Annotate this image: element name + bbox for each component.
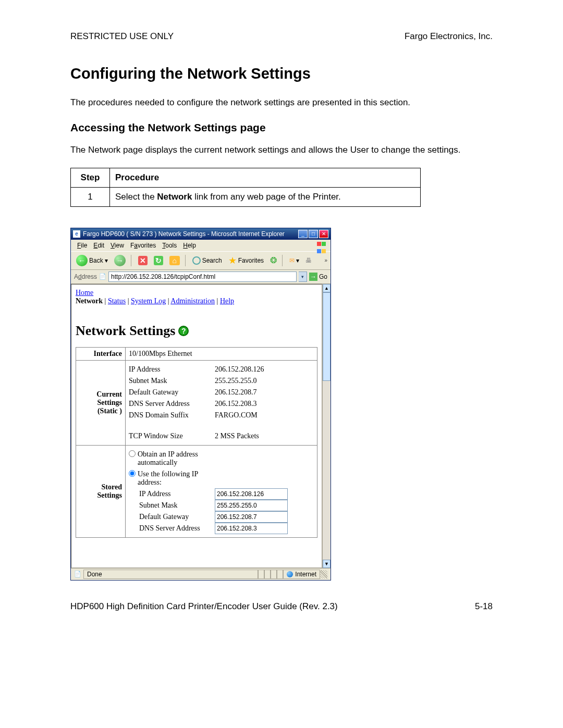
ip-address-label: IP Address [129,364,215,375]
nav-administration[interactable]: Administration [170,297,215,305]
nav-home[interactable]: Home [76,289,93,297]
titlebar: e Fargo HDP600 ( S/N 273 ) Network Setti… [71,228,331,240]
col-step: Step [71,168,110,187]
tcp-window-label: TCP Window Size [129,430,215,442]
globe-icon [287,571,293,577]
menubar: File Edit View Favorites Tools Help [71,240,331,251]
stored-dns-input[interactable] [215,523,288,534]
section-heading: Accessing the Network Settings page [70,121,493,134]
stored-settings-label: Stored Settings [76,445,126,537]
content-heading: Network Settings ? [76,323,317,339]
table-header-row: Step Procedure [71,168,421,187]
current-settings-label: Current Settings (Static ) [76,360,126,445]
search-icon [192,256,201,265]
nav-status[interactable]: Status [108,297,126,305]
step-text: Select the Network link from any web pag… [110,187,421,206]
ie-window: e Fargo HDP600 ( S/N 273 ) Network Setti… [70,228,331,581]
close-button[interactable]: ✕ [319,230,328,238]
interface-value: 10/100Mbps Ethernet [126,347,317,360]
network-settings-table: Interface 10/100Mbps Ethernet Current Se… [76,347,317,538]
address-input[interactable] [108,272,297,282]
menu-favorites[interactable]: Favorites [127,241,159,250]
step-text-pre: Select the [115,192,157,202]
address-label: Address [74,273,97,280]
scrollbar[interactable]: ▲ ▼ [322,284,331,568]
back-button[interactable]: ←Back ▾ [74,254,110,267]
address-bar: Address 📄 ▾ →Go [71,270,331,284]
intro-paragraph: The procedures needed to configure the n… [70,97,493,109]
table-row: 1 Select the Network link from any web p… [71,187,421,206]
subnet-mask-label: Subnet Mask [129,375,215,387]
stored-mask-label: Subnet Mask [129,500,215,511]
history-button[interactable]: ❂ [268,254,279,266]
status-zone: Internet [283,570,320,579]
menu-help[interactable]: Help [180,241,199,250]
mail-button[interactable]: ✉▾ [287,256,301,265]
dns-suffix-value: FARGO.COM [215,410,258,421]
statusbar: 📄 Done Internet [71,568,331,580]
nav-network: Network [76,297,103,305]
stored-mask-input[interactable] [215,500,288,511]
footer-page: 5-18 [475,601,493,612]
windows-logo-icon [317,241,327,250]
interface-label: Interface [76,347,126,360]
radio-obtain-auto[interactable] [129,450,136,457]
step-text-bold: Network [157,192,192,202]
page-title: Configuring the Network Settings [70,65,493,82]
menu-file[interactable]: File [74,241,90,250]
resize-grip-icon[interactable] [320,570,327,578]
radio-use-following[interactable] [129,470,136,477]
col-procedure: Procedure [110,168,421,187]
stored-gw-label: Default Gateway [129,511,215,523]
scroll-down-icon[interactable]: ▼ [323,560,331,568]
minimize-button[interactable]: _ [298,230,308,238]
default-gateway-value: 206.152.208.7 [215,387,257,398]
window-title: Fargo HDP600 ( S/N 273 ) Network Setting… [83,230,298,238]
step-text-post: link from any web page of the Printer. [192,192,340,202]
toolbar-overflow-icon[interactable]: » [324,257,327,263]
print-button[interactable]: 🖶 [303,256,314,265]
stored-ip-input[interactable] [215,488,288,500]
home-button[interactable]: ⌂ [167,255,182,266]
scroll-up-icon[interactable]: ▲ [323,284,331,292]
star-icon: ★ [228,255,237,266]
footer-title: HDP600 High Definition Card Printer/Enco… [70,601,338,612]
step-number: 1 [71,187,110,206]
dns-server-label: DNS Server Address [129,398,215,410]
ie-icon: e [73,230,80,238]
menu-view[interactable]: View [107,241,127,250]
go-button[interactable]: →Go [309,273,327,281]
procedure-table: Step Procedure 1 Select the Network link… [70,168,421,207]
nav-help[interactable]: Help [220,297,234,305]
radio-obtain-auto-label: Obtain an IP address automatically [138,450,221,467]
breadcrumb: Network | Status | System Log | Administ… [76,297,317,305]
section-paragraph: The Network page displays the current ne… [70,144,493,156]
menu-edit[interactable]: Edit [90,241,107,250]
subnet-mask-value: 255.255.255.0 [215,375,257,387]
status-done: Done [83,570,258,579]
header-restricted: RESTRICTED USE ONLY [70,31,174,42]
dns-suffix-label: DNS Domain Suffix [129,410,215,421]
refresh-button[interactable]: ↻ [152,255,165,266]
search-button[interactable]: Search [190,255,224,266]
toolbar: ←Back ▾ → ✕ ↻ ⌂ Search ★Favorites ❂ ✉▾ 🖶… [71,251,331,270]
radio-use-following-label: Use the following IP address: [138,470,221,487]
stored-gw-input[interactable] [215,511,288,523]
favorites-button[interactable]: ★Favorites [226,254,266,267]
stop-button[interactable]: ✕ [136,255,150,266]
nav-system-log[interactable]: System Log [131,297,166,305]
help-icon[interactable]: ? [178,326,189,336]
dns-server-value: 206.152.208.3 [215,398,257,410]
maximize-button[interactable]: □ [309,230,318,238]
address-dropdown-icon[interactable]: ▾ [299,272,307,282]
stored-dns-label: DNS Server Address [129,523,215,534]
scroll-thumb[interactable] [323,292,331,381]
tcp-window-value: 2 MSS Packets [215,430,259,442]
stored-ip-label: IP Address [129,488,215,500]
menu-tools[interactable]: Tools [159,241,180,250]
header-company: Fargo Electronics, Inc. [405,31,493,42]
default-gateway-label: Default Gateway [129,387,215,398]
forward-button[interactable]: → [112,254,128,267]
page-content: Home Network | Status | System Log | Adm… [71,284,322,568]
ip-address-value: 206.152.208.126 [215,364,264,375]
